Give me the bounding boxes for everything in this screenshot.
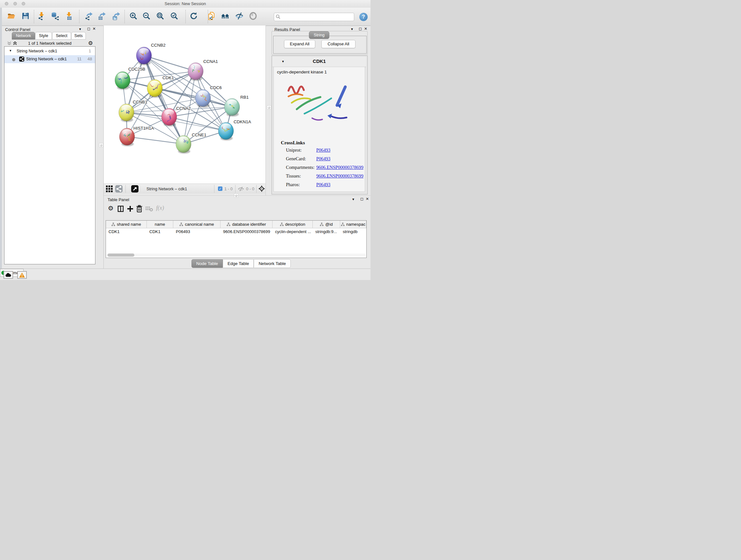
- edge-CCNB2-CCNE1[interactable]: [144, 56, 184, 144]
- zoom-fit-icon[interactable]: [156, 12, 164, 20]
- control-panel-collapse-icon[interactable]: ▾: [79, 27, 81, 31]
- search-box[interactable]: [274, 13, 354, 21]
- node-CCNB2[interactable]: [136, 47, 151, 65]
- hide-selected-icon[interactable]: [235, 12, 244, 20]
- network-row-selected[interactable]: String Network – cdk1 11 48: [4, 55, 95, 63]
- column-header-name[interactable]: name: [147, 221, 173, 228]
- cloud-status-button[interactable]: [3, 271, 13, 279]
- zoom-out-icon[interactable]: [142, 12, 151, 20]
- save-session-icon[interactable]: [21, 12, 30, 20]
- network-options-gear-icon[interactable]: ⚙: [88, 41, 93, 46]
- table-cell[interactable]: stringdb:9...: [313, 228, 340, 235]
- export-table-icon[interactable]: [98, 12, 106, 20]
- node-CDKN1A[interactable]: [218, 122, 233, 140]
- control-panel-close-icon[interactable]: ✕: [92, 27, 96, 31]
- create-column-icon[interactable]: [127, 205, 134, 212]
- table-cell[interactable]: P06493: [173, 228, 220, 235]
- tab-select[interactable]: Select: [52, 32, 71, 40]
- collapse-all-button[interactable]: Collapse All: [321, 40, 355, 48]
- results-panel-close-icon[interactable]: ✕: [364, 27, 367, 31]
- zoom-selected-icon[interactable]: [170, 12, 179, 20]
- node-CDK1[interactable]: [147, 79, 162, 98]
- string-style-icon[interactable]: [115, 185, 123, 192]
- table-panel-collapse-icon[interactable]: ▾: [352, 197, 354, 201]
- protein-name: CDK1: [273, 58, 366, 64]
- node-CCNA2[interactable]: [161, 108, 177, 126]
- table-cell[interactable]: stringdb: [340, 228, 366, 235]
- clone-network-icon[interactable]: [207, 12, 216, 20]
- node-label-CCNB2: CCNB2: [151, 43, 165, 48]
- warning-status-button[interactable]: [17, 271, 27, 279]
- crosslink-value-link[interactable]: P06493: [316, 147, 330, 153]
- search-input[interactable]: [282, 13, 353, 20]
- crosslink-value-link[interactable]: P06493: [316, 182, 330, 187]
- tree-expander-icon[interactable]: ▾: [10, 49, 11, 53]
- network-collection-row[interactable]: ▾ String Network – cdk1 1: [4, 47, 95, 55]
- node-RB1[interactable]: [224, 98, 240, 117]
- table-cell[interactable]: CDK1: [106, 228, 147, 235]
- network-canvas[interactable]: CCNB2CCNA1CDC25BCDK1CDC6RB1CCNB1CCNA2CDK…: [104, 25, 266, 184]
- table-panel-close-icon[interactable]: ✕: [366, 197, 369, 201]
- export-image-icon[interactable]: [112, 12, 120, 20]
- crosslink-label: GeneCard:: [286, 156, 306, 162]
- edge-CCNB2-CCNA1[interactable]: [144, 56, 196, 71]
- import-network-file-icon[interactable]: [37, 12, 46, 20]
- results-splitter-handle[interactable]: [267, 105, 271, 110]
- column-header-namespac[interactable]: namespac: [340, 221, 366, 228]
- node-label-CCNA2: CCNA2: [176, 106, 191, 111]
- table-panel-float-icon[interactable]: ◻: [360, 197, 363, 201]
- column-header-shared-name[interactable]: shared name: [106, 221, 147, 228]
- tab-string[interactable]: String: [309, 31, 329, 39]
- tab-network-table[interactable]: Network Table: [254, 259, 290, 268]
- crosslink-value-link[interactable]: 9606.ENSP00000378699: [316, 173, 363, 179]
- scrollbar-thumb[interactable]: [108, 253, 134, 257]
- tab-style[interactable]: Style: [35, 32, 52, 40]
- node-HIST1H1A[interactable]: [119, 128, 135, 146]
- column-header-description[interactable]: description: [273, 221, 313, 228]
- column-header--id[interactable]: @id: [313, 221, 340, 228]
- apply-layout-icon[interactable]: [190, 12, 198, 20]
- application-window: Session: New Session ? Control Panel ▾ ◻…: [0, 0, 370, 280]
- control-panel-splitter-handle[interactable]: [99, 143, 104, 147]
- import-table-icon[interactable]: [65, 12, 73, 20]
- tab-edge-table[interactable]: Edge Table: [223, 259, 254, 268]
- current-network-dot-icon: [12, 58, 15, 61]
- table-cell[interactable]: cyclin-dependent ...: [273, 228, 313, 235]
- crosslink-value-link[interactable]: 9606.ENSP00000378699: [316, 165, 363, 170]
- birdseye-view-icon[interactable]: [106, 185, 113, 192]
- open-in-browser-icon[interactable]: [131, 185, 138, 192]
- first-neighbors-icon[interactable]: [221, 12, 229, 20]
- protein-entry-header[interactable]: ▾ CDK1: [273, 57, 366, 67]
- node-CDC25B[interactable]: [115, 71, 130, 90]
- node-CCNE1[interactable]: [176, 135, 191, 153]
- table-cell[interactable]: CDK1: [147, 228, 173, 235]
- zoom-in-icon[interactable]: [129, 12, 138, 20]
- status-bar: Memory: [0, 268, 370, 280]
- show-columns-icon[interactable]: [117, 205, 124, 212]
- help-icon[interactable]: ?: [359, 13, 367, 21]
- tab-network[interactable]: Network: [12, 32, 35, 40]
- open-session-icon[interactable]: [7, 12, 15, 20]
- table-options-gear-icon[interactable]: ⚙: [108, 206, 114, 211]
- tab-node-table[interactable]: Node Table: [192, 259, 223, 268]
- column-header-canonical-name[interactable]: canonical name: [173, 221, 220, 228]
- import-network-database-icon[interactable]: [51, 12, 59, 20]
- node-CCNB1[interactable]: [119, 104, 134, 122]
- table-cell[interactable]: 9606.ENSP00000378699: [220, 228, 273, 235]
- export-network-icon[interactable]: [84, 12, 93, 20]
- edge-HIST1H1A-CCNE1[interactable]: [127, 137, 184, 144]
- node-CCNA1[interactable]: [188, 63, 203, 81]
- results-panel-float-icon[interactable]: ◻: [359, 27, 362, 31]
- crosslink-value-link[interactable]: P06493: [316, 156, 330, 162]
- fit-content-icon[interactable]: [258, 185, 265, 192]
- cloud-icon: [5, 273, 11, 277]
- delete-column-icon[interactable]: [136, 205, 143, 212]
- selected-nodes-checkbox[interactable]: ✓: [218, 186, 222, 191]
- show-all-icon[interactable]: [249, 12, 257, 20]
- column-header-database-identifier[interactable]: database identifier: [220, 221, 273, 228]
- expand-all-button[interactable]: Expand All: [284, 40, 315, 48]
- tab-sets[interactable]: Sets: [71, 32, 86, 40]
- toolbar-separator: [34, 10, 34, 23]
- control-panel-float-icon[interactable]: ◻: [87, 27, 90, 31]
- table-row[interactable]: CDK1CDK1P064939606.ENSP00000378699cyclin…: [106, 228, 366, 235]
